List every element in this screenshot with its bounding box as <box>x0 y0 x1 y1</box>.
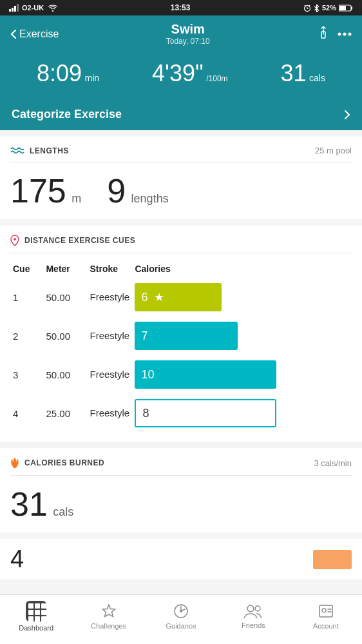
svg-rect-0 <box>9 9 11 12</box>
cues-table: Cue Meter Stroke Calories 1 50.00 Freest… <box>10 260 352 433</box>
cue-stroke: Freestyle <box>87 394 132 433</box>
distance-value-group: 175 m <box>10 171 81 210</box>
calories-value-group: 31 cals <box>10 476 352 523</box>
cue-meter: 50.00 <box>43 317 87 355</box>
categorize-banner[interactable]: Categorize Exercise <box>0 99 362 130</box>
cue-bar: 6★ <box>135 283 222 311</box>
cues-title: DISTANCE EXERCISE CUES <box>10 235 352 253</box>
lengths-section: LENGTHS 25 m pool 175 m 9 lengths <box>0 137 362 219</box>
challenges-icon <box>100 603 117 620</box>
cue-meter: 50.00 <box>43 355 87 394</box>
lengths-count-group: 9 lengths <box>107 171 168 210</box>
exercise-title: Swim <box>166 22 210 37</box>
cue-meter: 50.00 <box>43 278 87 317</box>
tab-bar: Dashboard Challenges Guidance Friends <box>0 594 362 638</box>
back-button[interactable]: Exercise <box>10 28 59 40</box>
cue-calories: 10 <box>132 355 352 394</box>
svg-point-16 <box>255 606 260 611</box>
cue-calories: 8 <box>132 394 352 433</box>
cue-bar: 10 <box>135 360 276 389</box>
tab-dashboard[interactable]: Dashboard <box>0 601 72 632</box>
svg-point-8 <box>338 32 341 35</box>
cue-number: 2 <box>10 317 43 355</box>
cue-number: 3 <box>10 355 43 394</box>
duration-stat: 8:09 min <box>37 60 99 87</box>
tab-friends[interactable]: Friends <box>217 603 289 629</box>
distance-cues-section: DISTANCE EXERCISE CUES Cue Meter Stroke … <box>0 226 362 442</box>
cue-row-3: 3 50.00 Freestyle 10 <box>10 355 352 394</box>
friends-icon <box>243 603 263 619</box>
calories-label: CALORIES BURNED <box>24 458 104 467</box>
header-actions <box>317 26 352 42</box>
calories-title: CALORIES BURNED <box>10 457 104 469</box>
svg-rect-6 <box>339 6 346 10</box>
status-right-icons: 52% <box>303 4 353 12</box>
pace-unit: /100m <box>206 74 227 83</box>
calories-stat: 31 cals <box>281 60 325 87</box>
tab-challenges[interactable]: Challenges <box>72 603 144 630</box>
distance-unit: m <box>71 192 81 205</box>
cue-stroke: Freestyle <box>87 278 132 317</box>
svg-rect-1 <box>12 8 14 12</box>
svg-rect-3 <box>17 4 19 12</box>
cue-number: 1 <box>10 278 43 317</box>
status-bar: O2-UK 13:53 52% <box>0 0 362 15</box>
duration-value: 8:09 <box>37 60 82 86</box>
header: Exercise Swim Today, 07:10 <box>0 15 362 55</box>
dashboard-icon <box>26 601 46 621</box>
lengths-unit: lengths <box>131 192 169 205</box>
star-icon: ★ <box>154 290 164 304</box>
categorize-label: Categorize Exercise <box>12 108 122 121</box>
pool-size: 25 m pool <box>315 146 352 155</box>
cue-row-1: 1 50.00 Freestyle 6★ <box>10 278 352 317</box>
svg-rect-2 <box>14 6 16 12</box>
col-meter: Meter <box>43 260 87 278</box>
tab-guidance-label: Guidance <box>166 622 196 630</box>
calories-big-number: 31 <box>10 485 48 523</box>
carrier-label: O2-UK <box>22 4 44 12</box>
status-time: 13:53 <box>171 3 191 12</box>
cue-number: 4 <box>10 394 43 433</box>
tab-account-label: Account <box>313 622 339 630</box>
calories-big-unit: cals <box>53 505 73 518</box>
wave-icon <box>10 146 24 155</box>
tab-dashboard-label: Dashboard <box>19 624 53 632</box>
lengths-label: LENGTHS <box>30 146 69 155</box>
svg-point-9 <box>343 32 347 35</box>
pace-value: 4'39" <box>152 60 204 86</box>
pin-icon <box>10 235 19 246</box>
partial-bar <box>313 550 352 569</box>
col-calories: Calories <box>132 260 352 278</box>
tab-friends-label: Friends <box>242 621 265 629</box>
lengths-number: 9 <box>107 172 126 210</box>
stats-row: 8:09 min 4'39" /100m 31 cals <box>0 55 362 99</box>
calories-value: 31 <box>281 60 307 86</box>
lengths-title: LENGTHS <box>10 146 69 155</box>
chevron-right-icon <box>344 110 350 120</box>
distance-number: 175 <box>10 172 66 210</box>
cue-bar: 7 <box>135 322 238 350</box>
svg-point-11 <box>14 238 16 240</box>
share-icon[interactable] <box>317 26 330 42</box>
partial-row: 4 <box>0 539 362 580</box>
cue-calories: 6★ <box>132 278 352 317</box>
calories-rate: 3 cals/min <box>314 458 352 468</box>
battery-label: 52% <box>322 4 336 12</box>
fire-icon <box>10 457 19 469</box>
calories-unit: cals <box>309 73 325 83</box>
tab-account[interactable]: Account <box>290 603 362 630</box>
carrier-signal: O2-UK <box>9 4 57 12</box>
svg-point-10 <box>348 32 352 35</box>
svg-point-14 <box>180 610 182 612</box>
col-stroke: Stroke <box>87 260 132 278</box>
tab-guidance[interactable]: Guidance <box>145 603 217 630</box>
cue-stroke: Freestyle <box>87 317 132 355</box>
cues-label: DISTANCE EXERCISE CUES <box>24 236 135 245</box>
more-icon[interactable] <box>338 32 352 36</box>
cue-stroke: Freestyle <box>87 355 132 394</box>
cue-meter: 25.00 <box>43 394 87 433</box>
cue-bar: 8 <box>135 399 276 427</box>
pace-stat: 4'39" /100m <box>152 60 228 87</box>
guidance-icon <box>173 603 189 620</box>
header-center: Swim Today, 07:10 <box>166 22 210 46</box>
